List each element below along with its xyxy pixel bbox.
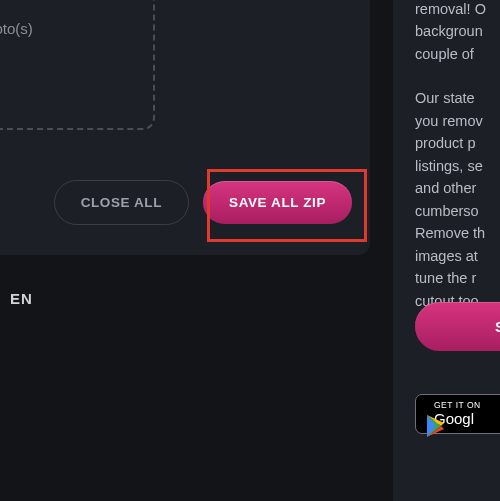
close-all-button[interactable]: CLOSE ALL	[54, 180, 189, 225]
info-paragraph-1: removal! O backgroun couple of	[415, 0, 500, 65]
photo-dropzone[interactable]: ct photo(s)	[0, 0, 155, 130]
action-button-row: CLOSE ALL SAVE ALL ZIP	[54, 180, 352, 225]
info-paragraph-2: Our state you remov product p listings, …	[415, 87, 500, 312]
cta-wrap: S	[415, 302, 500, 351]
google-play-badge[interactable]: GET IT ON Googl	[415, 394, 500, 434]
info-side-panel: removal! O backgroun couple of Our state…	[393, 0, 500, 501]
language-selector[interactable]: EN	[10, 290, 33, 307]
primary-cta-button[interactable]: S	[415, 302, 500, 351]
dropzone-label: ct photo(s)	[0, 20, 33, 37]
store-small-label: GET IT ON	[434, 401, 481, 410]
upload-panel: ct photo(s) CLOSE ALL SAVE ALL ZIP	[0, 0, 370, 255]
save-all-zip-button[interactable]: SAVE ALL ZIP	[203, 181, 352, 224]
